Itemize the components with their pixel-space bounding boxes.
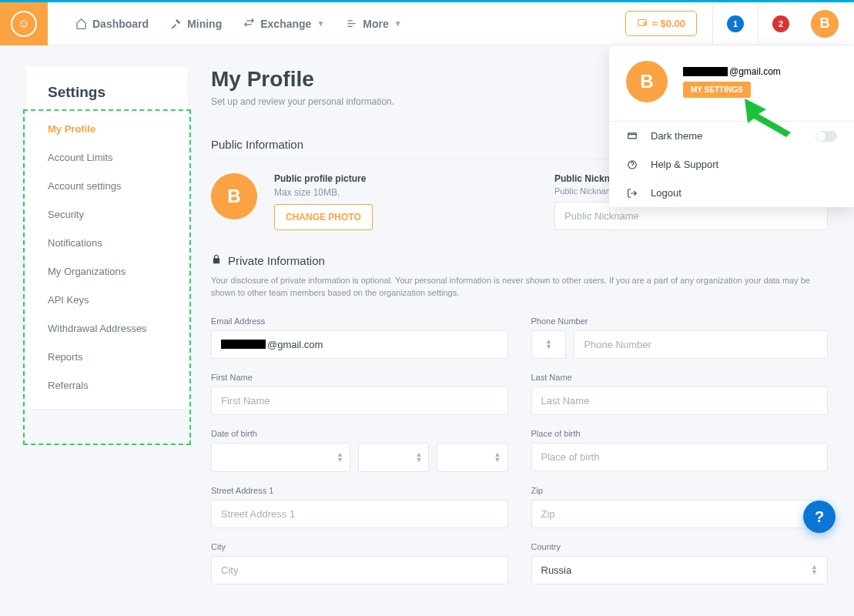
help-item[interactable]: Help & Support (609, 150, 854, 179)
email-label: Email Address (211, 316, 508, 326)
header: ☺ Dashboard Mining Exchange ▼ More (0, 2, 854, 45)
annotation-arrow (745, 99, 814, 140)
city-input[interactable] (211, 556, 508, 584)
dob-day-select[interactable]: ▲▼ (358, 443, 429, 472)
sidebar-item-account-settings[interactable]: Account settings (26, 172, 188, 200)
private-info-desc: Your disclosure of private information i… (211, 275, 828, 300)
logo-icon: ☺ (11, 11, 37, 37)
dropdown-header: B @gmail.com MY SETTINGS (609, 45, 854, 121)
svg-marker-3 (745, 99, 791, 137)
pob-input[interactable] (531, 443, 829, 471)
sidebar-item-referrals[interactable]: Referrals (26, 371, 188, 400)
notif-blue-wrap[interactable]: 1 (712, 2, 758, 45)
sidebar-item-organizations[interactable]: My Organizations (26, 257, 188, 286)
lock-icon (211, 253, 222, 267)
dropdown-avatar: B (626, 61, 668, 102)
notif-red-wrap[interactable]: 2 (758, 2, 803, 45)
phone-label: Phone Number (531, 316, 829, 326)
sidebar-title: Settings (26, 67, 188, 115)
my-settings-button[interactable]: MY SETTINGS (683, 82, 751, 98)
profile-picture-avatar: B (211, 173, 257, 219)
pickaxe-icon (170, 18, 182, 29)
user-dropdown: B @gmail.com MY SETTINGS Dark theme Help… (609, 45, 854, 207)
nav-exchange[interactable]: Exchange ▼ (243, 18, 324, 30)
street-input[interactable] (211, 500, 508, 528)
sidebar-item-security[interactable]: Security (26, 200, 188, 229)
redacted-text (221, 340, 266, 349)
select-arrows-icon: ▲▼ (337, 452, 343, 463)
user-avatar[interactable]: B (811, 10, 839, 38)
dropdown-email: @gmail.com (683, 66, 781, 77)
wallet-amount: ≈ $0.00 (652, 18, 685, 29)
wallet-icon (637, 17, 648, 30)
email-value: @gmail.com (211, 330, 508, 359)
theme-icon (626, 131, 638, 142)
sidebar-item-my-profile[interactable]: My Profile (26, 115, 188, 143)
redacted-text (683, 67, 728, 76)
select-arrows-icon: ▲▼ (494, 452, 501, 463)
nav-more-label: More (363, 18, 388, 30)
zip-label: Zip (531, 486, 829, 495)
logout-item[interactable]: Logout (609, 179, 854, 207)
header-right: ≈ $0.00 1 2 B (625, 2, 854, 45)
first-name-input[interactable] (211, 387, 508, 415)
private-heading-text: Private Information (228, 254, 325, 267)
nav-dashboard-label: Dashboard (92, 18, 149, 30)
dark-theme-label: Dark theme (651, 130, 702, 142)
sidebar-item-withdrawal[interactable]: Withdrawal Addresses (26, 314, 188, 343)
country-label: Country (531, 542, 829, 551)
badge-red: 2 (772, 15, 789, 32)
nav-mining-label: Mining (187, 18, 222, 30)
wallet-button[interactable]: ≈ $0.00 (625, 11, 697, 36)
chevron-down-icon: ▼ (394, 19, 402, 28)
dark-theme-toggle[interactable] (815, 131, 837, 142)
menu-icon (346, 18, 357, 29)
city-label: City (211, 542, 508, 551)
sidebar-item-api-keys[interactable]: API Keys (26, 286, 188, 314)
profile-picture-title: Public profile picture (274, 173, 373, 184)
nav-mining[interactable]: Mining (170, 18, 222, 30)
dob-label: Date of birth (211, 429, 508, 438)
help-label: Help & Support (651, 159, 718, 170)
zip-input[interactable] (531, 500, 829, 528)
street-label: Street Address 1 (211, 486, 508, 495)
help-icon (626, 159, 638, 170)
badge-blue: 1 (727, 15, 744, 32)
profile-picture-hint: Max size 10MB. (274, 187, 373, 198)
exchange-icon (243, 18, 255, 29)
home-icon (75, 18, 87, 29)
country-select[interactable]: Russia ▲▼ (531, 556, 829, 584)
nav-more[interactable]: More ▼ (346, 18, 401, 30)
dark-theme-item[interactable]: Dark theme (609, 122, 854, 150)
country-value: Russia (541, 564, 572, 576)
dob-month-select[interactable]: ▲▼ (211, 443, 350, 472)
phone-input[interactable] (574, 330, 828, 359)
select-arrows-icon: ▲▼ (811, 564, 818, 575)
logout-label: Logout (651, 187, 682, 199)
nav-dashboard[interactable]: Dashboard (75, 18, 149, 30)
sidebar-item-reports[interactable]: Reports (26, 343, 188, 371)
chevron-down-icon: ▼ (316, 19, 324, 28)
sidebar-item-account-limits[interactable]: Account Limits (26, 143, 188, 172)
last-name-input[interactable] (531, 387, 829, 415)
settings-sidebar: Settings My Profile Account Limits Accou… (26, 67, 188, 409)
main-nav: Dashboard Mining Exchange ▼ More ▼ (75, 18, 402, 30)
dob-year-select[interactable]: ▲▼ (437, 443, 507, 472)
help-fab-button[interactable]: ? (803, 500, 836, 533)
logo[interactable]: ☺ (0, 2, 48, 45)
select-arrows-icon: ▲▼ (545, 339, 552, 350)
select-arrows-icon: ▲▼ (415, 452, 422, 463)
change-photo-button[interactable]: CHANGE PHOTO (274, 204, 373, 230)
sidebar-item-notifications[interactable]: Notifications (26, 229, 188, 257)
pob-label: Place of birth (531, 429, 829, 438)
dropdown-email-suffix: @gmail.com (729, 66, 781, 77)
first-name-label: First Name (211, 373, 508, 382)
logout-icon (626, 188, 638, 199)
nav-exchange-label: Exchange (260, 18, 311, 30)
svg-rect-1 (628, 132, 637, 138)
phone-country-select[interactable]: ▲▼ (531, 330, 567, 359)
private-info-heading: Private Information (211, 253, 828, 270)
last-name-label: Last Name (531, 373, 829, 382)
email-suffix: @gmail.com (267, 339, 323, 350)
